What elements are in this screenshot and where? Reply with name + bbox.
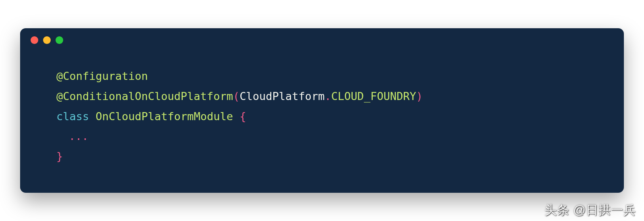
- class-ref: CloudPlatform: [239, 90, 324, 102]
- open-paren: (: [233, 90, 239, 102]
- ellipsis: ...: [69, 130, 89, 142]
- enum-constant: CLOUD_FOUNDRY: [331, 90, 416, 102]
- code-window: @Configuration @ConditionalOnCloudPlatfo…: [20, 28, 624, 193]
- class-name: OnCloudPlatformModule: [96, 110, 233, 123]
- close-icon[interactable]: [31, 36, 38, 44]
- class-keyword: class: [56, 110, 89, 123]
- annotation-conditional: @ConditionalOnCloudPlatform: [56, 90, 233, 102]
- maximize-icon[interactable]: [56, 36, 63, 44]
- close-paren: ): [416, 90, 423, 102]
- close-brace: }: [56, 150, 63, 163]
- annotation-configuration: @Configuration: [56, 70, 148, 82]
- minimize-icon[interactable]: [43, 36, 51, 44]
- code-block: @Configuration @ConditionalOnCloudPlatfo…: [20, 44, 624, 193]
- window-titlebar: [20, 28, 624, 44]
- open-brace: {: [239, 110, 246, 123]
- dot-operator: .: [325, 90, 331, 102]
- watermark-text: 头条 @日拱一兵: [545, 202, 636, 219]
